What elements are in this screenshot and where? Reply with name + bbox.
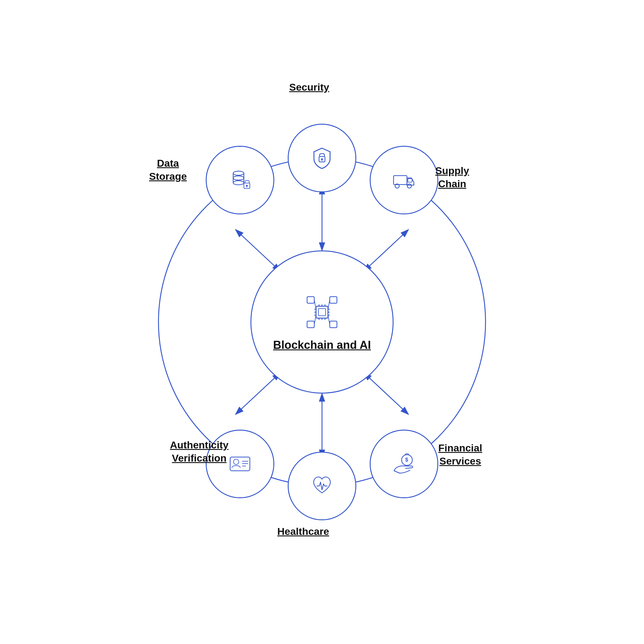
svg-rect-26 (330, 297, 337, 303)
svg-point-37 (407, 184, 411, 188)
svg-rect-11 (318, 309, 326, 316)
svg-rect-24 (307, 297, 314, 303)
data-storage-node (206, 146, 274, 214)
svg-rect-38 (408, 179, 412, 182)
diagram-container: Blockchain and AI Security SupplyChain (83, 54, 561, 590)
financial-services-icon: $ (391, 451, 417, 477)
svg-line-29 (314, 315, 316, 324)
data-storage-icon (227, 167, 253, 193)
financial-services-node: $ (370, 430, 438, 498)
svg-rect-30 (330, 321, 337, 328)
svg-line-25 (314, 300, 316, 309)
center-label: Blockchain and AI (273, 338, 371, 352)
healthcare-label: Healthcare (277, 525, 329, 538)
security-node (288, 124, 356, 192)
svg-point-49 (233, 176, 244, 180)
security-label: Security (289, 81, 329, 94)
blockchain-ai-icon (301, 291, 343, 333)
svg-rect-28 (307, 321, 314, 328)
svg-line-27 (328, 300, 330, 309)
svg-line-31 (328, 315, 330, 324)
svg-point-52 (233, 181, 244, 185)
data-storage-label: DataStorage (149, 157, 187, 183)
supply-chain-node (370, 146, 438, 214)
financial-services-label: FinancialServices (438, 441, 482, 467)
security-icon (309, 145, 335, 171)
svg-point-33 (321, 158, 323, 160)
supply-chain-icon (391, 167, 417, 193)
authenticity-verification-label: AuthenticityVerification (170, 438, 228, 465)
center-circle: Blockchain and AI (250, 250, 394, 394)
authenticity-icon (227, 451, 253, 477)
svg-point-42 (233, 459, 239, 465)
supply-chain-label: SupplyChain (435, 164, 469, 190)
svg-rect-35 (394, 176, 407, 185)
healthcare-node (288, 452, 356, 520)
svg-rect-10 (316, 306, 328, 318)
svg-point-46 (233, 171, 244, 175)
healthcare-icon (309, 473, 335, 499)
svg-point-54 (246, 185, 248, 187)
svg-text:$: $ (405, 457, 408, 463)
